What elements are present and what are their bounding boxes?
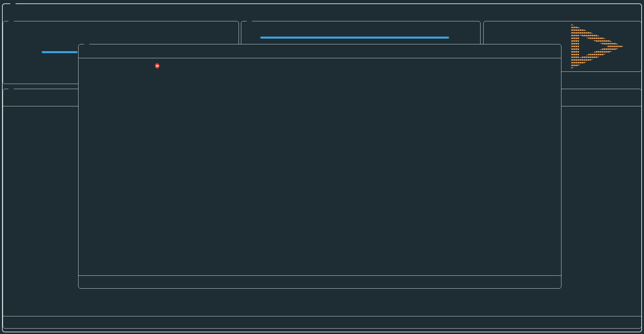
movies-panel-title [8,85,14,92]
app-title [10,1,16,8]
movies-footer-divider [3,316,641,316]
downloads-panel-title [247,18,252,24]
stats-panel-title [8,18,14,24]
movie-info-title [84,41,89,47]
download-progress-bar [260,37,449,39]
disk-usage-bar [42,51,77,53]
modal-footer-divider [79,275,561,276]
column-source[interactable] [89,63,111,69]
modal-tabs-divider [79,58,561,58]
movie-info-modal [78,44,561,289]
rejected-column-icon [155,63,159,69]
